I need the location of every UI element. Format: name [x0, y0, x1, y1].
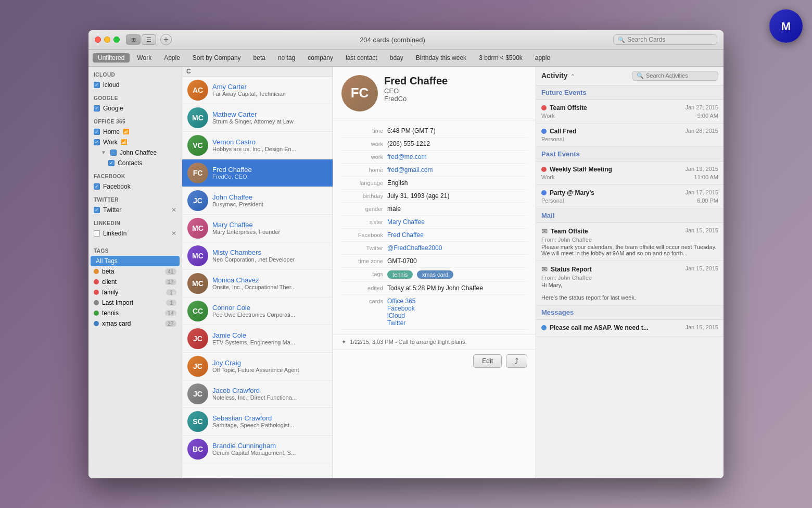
minimize-button[interactable]: [104, 36, 110, 43]
maximize-button[interactable]: [113, 36, 120, 43]
activity-sort-icon[interactable]: ⌃: [570, 73, 575, 79]
linkedin-checkbox[interactable]: [94, 230, 100, 237]
tag-item-last-import[interactable]: Last Import 1: [88, 298, 182, 308]
filter-apple2[interactable]: apple: [530, 53, 555, 63]
contact-info-fred-chaffee: Fred Chaffee FredCo, CEO: [212, 166, 327, 180]
field-row-home-email: home fred@gmail.com: [341, 164, 527, 177]
tag-item-xmas-card[interactable]: xmas card 27: [88, 318, 182, 329]
filter-sort-by-company[interactable]: Sort by Company: [187, 53, 246, 63]
contact-sub-joy-craig: Off Topic, Future Assurance Agent: [212, 367, 327, 373]
search-activities-input[interactable]: [646, 72, 714, 79]
filter-birthday-week[interactable]: Birthday this week: [411, 53, 472, 63]
tag-item-tennis[interactable]: tennis 14: [88, 308, 182, 318]
twitter-checkbox[interactable]: [94, 207, 100, 213]
home-checkbox[interactable]: [94, 129, 100, 135]
contact-row-mathew-carter[interactable]: MC Mathew Carter Strum & Singer, Attorne…: [182, 104, 333, 132]
contact-row-fred-chaffee[interactable]: FC Fred Chaffee FredCo, CEO: [182, 159, 333, 187]
contact-row-joy-craig[interactable]: JC Joy Craig Off Topic, Future Assurance…: [182, 353, 333, 380]
filter-unfiltered[interactable]: Unfiltered: [93, 53, 130, 63]
contact-row-sebastian-crawford[interactable]: SC Sebastian Crawford Sarbitage, Speech …: [182, 408, 333, 436]
filter-beta[interactable]: beta: [248, 53, 271, 63]
field-value-sister[interactable]: Mary Chaffee: [387, 218, 527, 226]
field-value-home-email[interactable]: fred@gmail.com: [387, 166, 527, 174]
field-label-work-email: work: [341, 153, 383, 160]
card-link-icloud[interactable]: iCloud: [387, 312, 405, 319]
linkedin-settings-icon[interactable]: ✕: [171, 230, 176, 237]
field-row-time: time 6:48 PM (GMT-7): [341, 125, 527, 138]
search-activities-bar[interactable]: 🔍: [632, 71, 718, 81]
activity-item-mail-team-offsite-title: ✉ Team Offsite: [541, 227, 588, 236]
work-checkbox[interactable]: [94, 139, 100, 145]
close-button[interactable]: [95, 36, 101, 43]
sidebar-item-facebook[interactable]: Facebook: [88, 181, 182, 192]
activity-date-party-marys: Jan 17, 2015: [685, 189, 718, 195]
tag-pill-tennis[interactable]: tennis: [387, 270, 413, 279]
tag-item-family[interactable]: family 1: [88, 287, 182, 298]
tag-pill-xmas-card[interactable]: xmas card: [417, 270, 454, 279]
contact-row-mary-chaffee[interactable]: MC Mary Chaffee Mary Enterprises, Founde…: [182, 215, 333, 242]
share-button[interactable]: ⤴: [506, 354, 527, 368]
avatar-connor-cole: CC: [187, 301, 208, 321]
contact-row-jamie-cole[interactable]: JC Jamie Cole ETV Systems, Engineering M…: [182, 325, 333, 353]
filter-company[interactable]: company: [302, 53, 338, 63]
filter-apple[interactable]: Apple: [159, 53, 185, 63]
contact-row-jacob-crawford[interactable]: JC Jacob Crawford Noteless, Inc., Direct…: [182, 380, 333, 408]
contact-row-monica-chavez[interactable]: MC Monica Chavez Onsite, Inc., Occupatio…: [182, 270, 333, 298]
tag-item-all[interactable]: All Tags: [91, 256, 180, 266]
john-chaffee-label: John Chaffee: [120, 149, 157, 156]
add-card-button[interactable]: +: [160, 34, 172, 45]
search-cards-bar[interactable]: 🔍: [613, 34, 717, 45]
twitter-settings-icon[interactable]: ✕: [171, 206, 176, 214]
field-value-work-email[interactable]: fred@me.com: [387, 153, 527, 160]
filter-last-contact[interactable]: last contact: [340, 53, 383, 63]
beta-count: 41: [165, 268, 176, 275]
filter-work[interactable]: Work: [132, 53, 157, 63]
filter-no-tag[interactable]: no tag: [273, 53, 300, 63]
filter-bday[interactable]: bday: [385, 53, 409, 63]
card-link-office365[interactable]: Office 365: [387, 298, 415, 305]
contact-detail: FC Fred Chaffee CEO FredCo time 6:48 PM …: [333, 67, 536, 478]
field-value-facebook[interactable]: Fred Chaffee: [387, 231, 527, 239]
activity-item-mail-status-report[interactable]: ✉ Status Report Jan 15, 2015 From: John …: [536, 261, 724, 305]
facebook-checkbox[interactable]: [94, 183, 100, 190]
sidebar-item-contacts[interactable]: Contacts: [88, 158, 182, 168]
call-log-icon: ✦: [341, 339, 346, 345]
sidebar-section-google: GOOGLE: [88, 90, 182, 103]
activity-item-mail-team-offsite[interactable]: ✉ Team Offsite Jan 15, 2015 From: John C…: [536, 223, 724, 261]
sidebar-item-john-chaffee[interactable]: ▼ John Chaffee: [88, 147, 182, 158]
contact-row-john-chaffee[interactable]: JC John Chaffee Busymac, President: [182, 187, 333, 215]
title-bar: ⊞ ☰ + 204 cards (combined) 🔍: [88, 30, 724, 50]
list-view-button[interactable]: ☰: [142, 34, 156, 45]
activity-item-party-marys-title: Party @ Mary's: [541, 189, 594, 196]
sidebar-item-home[interactable]: Home 📶: [88, 127, 182, 137]
sidebar-item-linkedin[interactable]: LinkedIn ✕: [88, 228, 182, 239]
tag-item-client[interactable]: client 17: [88, 277, 182, 287]
sidebar-item-icloud[interactable]: icloud: [88, 80, 182, 90]
activity-item-message-1-title: Please call me ASAP. We need t...: [541, 324, 649, 331]
contact-row-connor-cole[interactable]: CC Connor Cole Pee Uwe Electronics Corpo…: [182, 298, 333, 325]
activity-item-message-1[interactable]: Please call me ASAP. We need t... Jan 15…: [536, 320, 724, 337]
contacts-checkbox[interactable]: [108, 160, 115, 166]
avatar-john-chaffee: JC: [187, 190, 208, 211]
sidebar-item-twitter[interactable]: Twitter ✕: [88, 205, 182, 215]
contact-row-misty-chambers[interactable]: MC Misty Chambers Neo Corporation, .net …: [182, 242, 333, 270]
sidebar-item-google[interactable]: Google: [88, 103, 182, 114]
contact-row-brandie-cunningham[interactable]: BC Brandie Cunningham Cerum Capital Mana…: [182, 436, 333, 463]
activity-from-mail-status-report: From: John Chaffee: [541, 275, 718, 281]
google-checkbox[interactable]: [94, 105, 100, 111]
contact-row-amy-carter[interactable]: AC Amy Carter Far Away Capital, Technici…: [182, 77, 333, 104]
card-link-facebook[interactable]: Facebook: [387, 305, 415, 312]
grid-view-button[interactable]: ⊞: [126, 34, 141, 45]
sidebar-item-work[interactable]: Work 📶: [88, 137, 182, 147]
contact-row-vernon-castro[interactable]: VC Vernon Castro Hobbys are us, Inc., De…: [182, 132, 333, 159]
icloud-checkbox[interactable]: [94, 82, 100, 88]
field-value-twitter[interactable]: @FredChaffee2000: [387, 244, 527, 252]
search-cards-input[interactable]: [627, 36, 713, 43]
john-chaffee-checkbox[interactable]: [110, 150, 117, 156]
filter-bar: Unfiltered Work Apple Sort by Company be…: [88, 50, 724, 67]
card-link-twitter[interactable]: Twitter: [387, 319, 405, 327]
filter-3bdrm[interactable]: 3 bdrm < $500k: [474, 53, 528, 63]
edit-button[interactable]: Edit: [473, 354, 502, 368]
tag-item-beta[interactable]: beta 41: [88, 266, 182, 277]
avatar-brandie-cunningham: BC: [187, 439, 208, 460]
